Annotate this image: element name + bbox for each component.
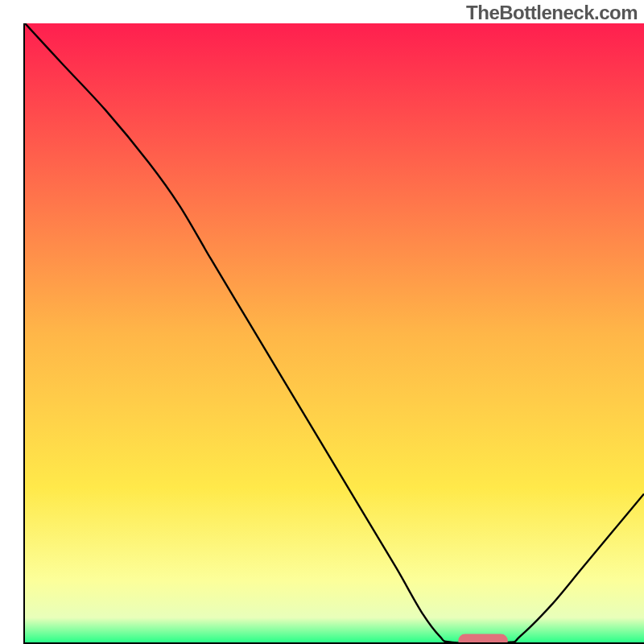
plot-area — [23, 23, 644, 644]
attribution-label: TheBottleneck.com — [466, 2, 638, 24]
chart-container: TheBottleneck.com — [0, 0, 644, 644]
plot-background — [25, 23, 644, 642]
chart-svg — [23, 23, 644, 644]
